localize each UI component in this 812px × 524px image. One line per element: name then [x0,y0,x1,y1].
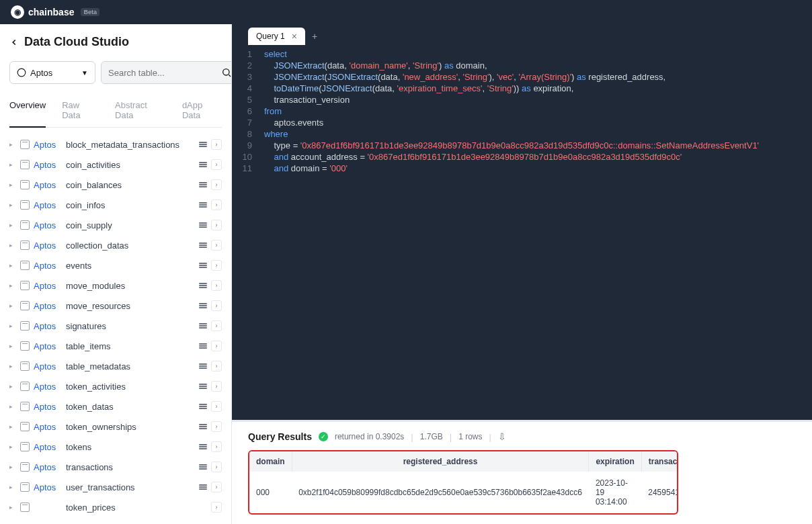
stack-icon[interactable] [199,162,207,167]
tab-abstract-data[interactable]: Abstract Data [115,93,166,127]
chevron-right-icon[interactable]: › [211,240,222,251]
table-row[interactable]: ▸ Aptos user_transactions › [9,477,222,497]
results-time: returned in 0.3902s [335,432,404,441]
table-row[interactable]: ▸ token_prices › [9,497,222,517]
chevron-right-icon[interactable]: › [211,260,222,271]
table-name: table_metadatas [66,361,195,372]
stack-icon[interactable] [199,182,207,187]
search-input[interactable] [108,68,221,78]
chevron-right-icon[interactable]: › [211,441,222,452]
table-row[interactable]: ▸ Aptos signatures › [9,316,222,336]
stack-icon[interactable] [199,303,207,308]
stack-icon[interactable] [199,222,207,228]
chain-selector[interactable]: Aptos ▼ [9,61,95,84]
table-row[interactable]: ▸ Aptos coin_infos › [9,195,222,215]
chevron-right-icon[interactable]: › [211,361,222,372]
stack-icon[interactable] [199,323,207,329]
chevron-right-icon[interactable]: › [211,280,222,291]
chevron-right-icon[interactable]: › [211,462,222,472]
stack-icon[interactable] [199,263,207,268]
expand-icon[interactable]: ▸ [9,504,16,511]
editor-tab-query1[interactable]: Query 1 × [248,28,305,45]
expand-icon[interactable]: ▸ [9,262,16,269]
table-row[interactable]: ▸ Aptos coin_activities › [9,155,222,175]
table-icon [20,200,30,210]
table-row[interactable]: ▸ Aptos move_resources › [9,296,222,316]
chevron-right-icon[interactable]: › [211,482,222,492]
table-row[interactable]: ▸ Aptos block_metadata_transactions › [9,134,222,155]
table-row[interactable]: ▸ Aptos coin_supply › [9,215,222,235]
chevron-right-icon[interactable]: › [211,159,222,170]
table-row[interactable]: ▸ Aptos tokens › [9,437,222,457]
tab-dapp-data[interactable]: dApp Data [182,93,222,127]
chevron-right-icon[interactable]: › [211,401,222,412]
stack-icon[interactable] [199,363,207,369]
expand-icon[interactable]: ▸ [9,343,16,349]
stack-icon[interactable] [199,424,207,429]
chevron-right-icon[interactable]: › [211,502,222,513]
stack-icon[interactable] [199,444,207,449]
stack-icon[interactable] [199,202,207,208]
expand-icon[interactable]: ▸ [9,403,16,410]
table-row[interactable]: ▸ Aptos collection_datas › [9,235,222,255]
expand-icon[interactable]: ▸ [9,242,16,249]
chevron-right-icon[interactable]: › [211,300,222,311]
expand-icon[interactable]: ▸ [9,181,16,188]
chevron-right-icon[interactable]: › [211,341,222,351]
tab-overview[interactable]: Overview [9,93,46,128]
stack-icon[interactable] [199,142,207,147]
back-icon[interactable] [9,38,19,47]
sidebar: Data Cloud Studio Aptos ▼ Overview Raw D… [0,24,232,524]
results-panel: Query Results ✓ returned in 0.3902s | 1.… [232,420,812,524]
expand-icon[interactable]: ▸ [9,302,16,309]
expand-icon[interactable]: ▸ [9,484,16,490]
table-row[interactable]: ▸ Aptos table_items › [9,336,222,356]
chevron-right-icon[interactable]: › [211,320,222,331]
chevron-down-icon: ▼ [81,69,88,77]
stack-icon[interactable] [199,243,207,248]
stack-icon[interactable] [199,404,207,409]
stack-icon[interactable] [199,484,207,490]
table-category: Aptos [34,261,62,271]
table-row[interactable]: ▸ Aptos table_metadatas › [9,356,222,376]
table-icon [20,301,30,310]
table-row[interactable]: ▸ Aptos move_modules › [9,275,222,296]
expand-icon[interactable]: ▸ [9,363,16,369]
expand-icon[interactable]: ▸ [9,464,16,470]
expand-icon[interactable]: ▸ [9,322,16,329]
expand-icon[interactable]: ▸ [9,443,16,450]
download-icon[interactable]: ⇩ [498,431,506,442]
expand-icon[interactable]: ▸ [9,141,16,148]
table-row[interactable]: ▸ Aptos token_ownerships › [9,417,222,437]
expand-icon[interactable]: ▸ [9,161,16,168]
chevron-right-icon[interactable]: › [211,421,222,432]
table-row[interactable]: ▸ Aptos events › [9,255,222,275]
table-row[interactable]: ▸ Aptos transactions › [9,457,222,477]
results-title: Query Results [248,431,312,442]
table-icon [20,482,30,492]
expand-icon[interactable]: ▸ [9,282,16,289]
table-name: user_transactions [66,482,195,492]
stack-icon[interactable] [199,464,207,470]
search-box[interactable] [101,61,232,84]
add-tab-button[interactable]: + [305,31,324,42]
chevron-right-icon[interactable]: › [211,139,222,150]
tab-raw-data[interactable]: Raw Data [62,93,99,127]
table-row[interactable]: ▸ Aptos token_activities › [9,376,222,396]
expand-icon[interactable]: ▸ [9,383,16,390]
chevron-right-icon[interactable]: › [211,179,222,190]
code-editor[interactable]: 1select 2 JSONExtract(data, 'domain_name… [232,46,812,420]
stack-icon[interactable] [199,283,207,288]
chevron-right-icon[interactable]: › [211,381,222,392]
close-icon[interactable]: × [292,32,297,41]
expand-icon[interactable]: ▸ [9,423,16,430]
brand-logo[interactable]: ◉ chainbase Beta [11,5,99,19]
expand-icon[interactable]: ▸ [9,202,16,208]
stack-icon[interactable] [199,384,207,389]
chevron-right-icon[interactable]: › [211,220,222,230]
expand-icon[interactable]: ▸ [9,222,16,228]
table-row[interactable]: ▸ Aptos token_datas › [9,396,222,417]
table-row[interactable]: ▸ Aptos coin_balances › [9,175,222,195]
stack-icon[interactable] [199,343,207,349]
chevron-right-icon[interactable]: › [211,200,222,210]
